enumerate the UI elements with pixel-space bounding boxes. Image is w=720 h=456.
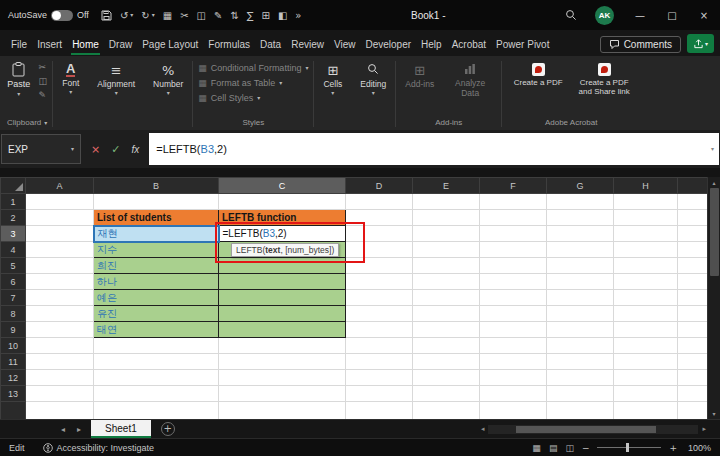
format-painter-button[interactable]: ✎: [38, 90, 47, 100]
cell[interactable]: [26, 274, 94, 290]
paste-button[interactable]: Paste ▾: [7, 60, 30, 97]
accessibility-checker[interactable]: Accessibility: Investigate: [43, 443, 155, 453]
cell-b3-referenced[interactable]: 재현: [94, 226, 219, 242]
cell[interactable]: [346, 290, 413, 306]
cell[interactable]: [480, 386, 547, 402]
zoom-slider[interactable]: [597, 447, 661, 448]
conditional-formatting-button[interactable]: ▦ Conditional Formatting ▾: [198, 60, 308, 75]
cell[interactable]: [413, 226, 480, 242]
qat-copy-button[interactable]: ◫: [197, 10, 206, 21]
cell[interactable]: [480, 210, 547, 226]
zoom-slider-thumb[interactable]: [626, 443, 629, 452]
share-button[interactable]: ▾: [687, 34, 714, 53]
cell[interactable]: [346, 370, 413, 386]
cell[interactable]: [346, 258, 413, 274]
cell-b4-student[interactable]: 지수: [94, 242, 219, 258]
qat-autosum-button[interactable]: ∑: [247, 10, 254, 21]
tab-developer[interactable]: Developer: [360, 34, 416, 56]
cell[interactable]: [26, 338, 94, 354]
cell[interactable]: [413, 370, 480, 386]
cell[interactable]: [547, 194, 614, 210]
cell[interactable]: [94, 338, 219, 354]
vertical-scrollbar[interactable]: ▴ ▾: [707, 177, 720, 419]
cell[interactable]: [480, 338, 547, 354]
cell[interactable]: [26, 210, 94, 226]
search-button[interactable]: [555, 0, 587, 30]
tab-draw[interactable]: Draw: [104, 34, 137, 56]
autosave-switch[interactable]: [51, 10, 73, 21]
column-header-a[interactable]: A: [26, 178, 94, 194]
font-group-button[interactable]: A Font ▾: [58, 60, 83, 95]
row-header[interactable]: 3: [1, 226, 26, 242]
cell[interactable]: [26, 322, 94, 338]
column-header-d[interactable]: D: [346, 178, 413, 194]
horizontal-scrollbar-thumb[interactable]: [516, 426, 656, 433]
tab-insert[interactable]: Insert: [32, 34, 67, 56]
cell[interactable]: [547, 290, 614, 306]
redo-button[interactable]: ↻▾: [141, 10, 154, 21]
cell-b5-student[interactable]: 희진: [94, 258, 219, 274]
cell[interactable]: [547, 306, 614, 322]
cell[interactable]: [614, 402, 678, 420]
cell[interactable]: [26, 290, 94, 306]
cell[interactable]: [346, 306, 413, 322]
qat-fill-button[interactable]: ◧: [278, 10, 287, 21]
cell[interactable]: [547, 226, 614, 242]
cell[interactable]: [413, 354, 480, 370]
cell[interactable]: [480, 194, 547, 210]
column-header-h[interactable]: H: [614, 178, 678, 194]
alignment-group-button[interactable]: ≡ Alignment ▾: [93, 60, 139, 96]
format-as-table-button[interactable]: ▦ Format as Table ▾: [198, 75, 282, 90]
tab-review[interactable]: Review: [286, 34, 329, 56]
cell[interactable]: [219, 354, 346, 370]
comments-button[interactable]: Comments: [600, 36, 681, 53]
row-header[interactable]: 11: [1, 354, 26, 370]
cell-c9[interactable]: [219, 322, 346, 338]
cell-c8[interactable]: [219, 306, 346, 322]
cell[interactable]: [26, 402, 94, 420]
cell[interactable]: [614, 306, 678, 322]
vertical-scrollbar-thumb[interactable]: [710, 188, 719, 276]
cell[interactable]: [480, 402, 547, 420]
cell[interactable]: [614, 242, 678, 258]
copy-button[interactable]: ◫: [38, 76, 47, 86]
cell[interactable]: [547, 354, 614, 370]
tab-page-layout[interactable]: Page Layout: [137, 34, 203, 56]
cell[interactable]: [346, 402, 413, 420]
cells-group-button[interactable]: ⊞ Cells ▾: [319, 60, 346, 96]
zoom-level[interactable]: 100%: [685, 443, 711, 453]
formula-input[interactable]: =LEFTB(B3,2) ▾: [149, 133, 719, 165]
cell[interactable]: [26, 386, 94, 402]
cell-c3-formula-edit[interactable]: =LEFTB(B3,2): [219, 226, 346, 242]
cell[interactable]: [614, 290, 678, 306]
cell[interactable]: [413, 402, 480, 420]
cell[interactable]: [413, 274, 480, 290]
close-button[interactable]: ×: [688, 0, 720, 30]
cell[interactable]: [26, 306, 94, 322]
page-layout-view-button[interactable]: ▤: [549, 443, 558, 453]
cell[interactable]: [346, 354, 413, 370]
hscroll-right-icon[interactable]: ▸: [702, 425, 706, 433]
cell[interactable]: [26, 226, 94, 242]
column-header-c[interactable]: C: [219, 178, 346, 194]
column-header-g[interactable]: G: [547, 178, 614, 194]
add-ins-button[interactable]: ⊞ Add-ins: [401, 60, 438, 99]
avatar[interactable]: AK: [595, 6, 614, 25]
name-box[interactable]: EXP ▾: [1, 134, 81, 164]
cell[interactable]: [480, 354, 547, 370]
cell-c7[interactable]: [219, 290, 346, 306]
cell-c2-title[interactable]: LEFTB function: [219, 210, 346, 226]
cell[interactable]: [219, 338, 346, 354]
cell-b9-student[interactable]: 태연: [94, 322, 219, 338]
cell[interactable]: [614, 258, 678, 274]
cell[interactable]: [480, 258, 547, 274]
cell[interactable]: [614, 322, 678, 338]
cell-b7-student[interactable]: 예은: [94, 290, 219, 306]
cell[interactable]: [346, 210, 413, 226]
column-header-e[interactable]: E: [413, 178, 480, 194]
column-header-f[interactable]: F: [480, 178, 547, 194]
sheet-tab-sheet1[interactable]: Sheet1: [91, 420, 151, 438]
maximize-button[interactable]: □: [656, 0, 688, 30]
cell-b2-title[interactable]: List of students: [94, 210, 219, 226]
cell[interactable]: [614, 194, 678, 210]
